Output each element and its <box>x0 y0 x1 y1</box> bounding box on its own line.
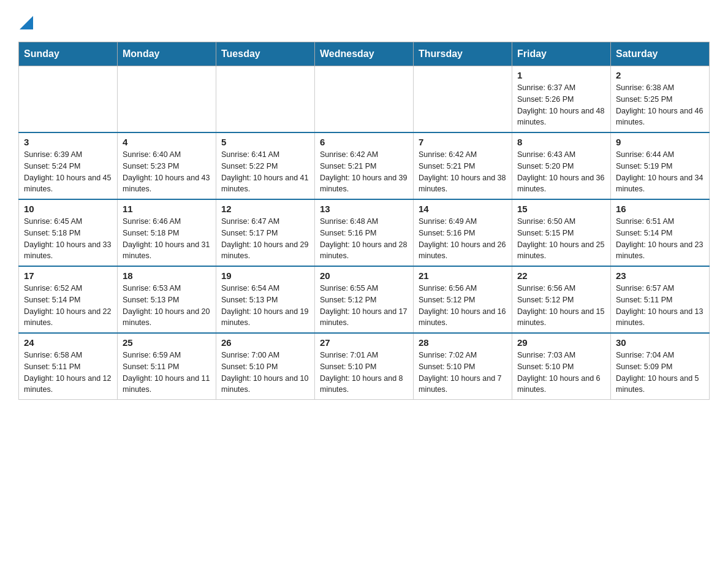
day-info: Sunrise: 6:51 AM Sunset: 5:14 PM Dayligh… <box>616 216 704 262</box>
day-info: Sunrise: 6:42 AM Sunset: 5:21 PM Dayligh… <box>419 149 507 195</box>
calendar-cell: 26Sunrise: 7:00 AM Sunset: 5:10 PM Dayli… <box>216 333 315 400</box>
day-number: 17 <box>24 270 112 281</box>
day-number: 3 <box>24 137 112 147</box>
day-info: Sunrise: 6:56 AM Sunset: 5:12 PM Dayligh… <box>517 283 605 329</box>
day-info: Sunrise: 7:04 AM Sunset: 5:09 PM Dayligh… <box>616 350 704 396</box>
day-info: Sunrise: 6:49 AM Sunset: 5:16 PM Dayligh… <box>419 216 507 262</box>
day-number: 20 <box>320 270 408 281</box>
logo <box>18 18 33 29</box>
day-info: Sunrise: 6:43 AM Sunset: 5:20 PM Dayligh… <box>517 149 605 195</box>
day-number: 7 <box>419 137 507 147</box>
calendar-body: 1Sunrise: 6:37 AM Sunset: 5:26 PM Daylig… <box>19 66 710 400</box>
day-number: 6 <box>320 137 408 147</box>
calendar-cell: 9Sunrise: 6:44 AM Sunset: 5:19 PM Daylig… <box>611 132 710 199</box>
calendar-cell <box>315 66 414 133</box>
header <box>18 18 710 29</box>
day-info: Sunrise: 6:44 AM Sunset: 5:19 PM Dayligh… <box>616 149 704 195</box>
calendar-cell: 4Sunrise: 6:40 AM Sunset: 5:23 PM Daylig… <box>118 132 216 199</box>
calendar-cell: 19Sunrise: 6:54 AM Sunset: 5:13 PM Dayli… <box>216 266 315 333</box>
day-number: 16 <box>616 204 704 214</box>
day-number: 11 <box>123 204 211 214</box>
day-number: 2 <box>616 70 704 80</box>
day-number: 4 <box>123 137 211 147</box>
calendar-cell: 11Sunrise: 6:46 AM Sunset: 5:18 PM Dayli… <box>118 199 216 266</box>
calendar-cell: 8Sunrise: 6:43 AM Sunset: 5:20 PM Daylig… <box>512 132 611 199</box>
day-info: Sunrise: 6:50 AM Sunset: 5:15 PM Dayligh… <box>517 216 605 262</box>
day-number: 27 <box>320 337 408 348</box>
calendar-cell <box>414 66 512 133</box>
day-header-friday: Friday <box>512 42 611 66</box>
calendar-cell: 21Sunrise: 6:56 AM Sunset: 5:12 PM Dayli… <box>414 266 512 333</box>
day-info: Sunrise: 6:39 AM Sunset: 5:24 PM Dayligh… <box>24 149 112 195</box>
day-header-saturday: Saturday <box>611 42 710 66</box>
day-info: Sunrise: 6:40 AM Sunset: 5:23 PM Dayligh… <box>123 149 211 195</box>
day-info: Sunrise: 6:38 AM Sunset: 5:25 PM Dayligh… <box>616 82 704 128</box>
calendar-cell: 10Sunrise: 6:45 AM Sunset: 5:18 PM Dayli… <box>19 199 118 266</box>
day-info: Sunrise: 7:03 AM Sunset: 5:10 PM Dayligh… <box>517 350 605 396</box>
day-header-sunday: Sunday <box>19 42 118 66</box>
day-number: 8 <box>517 137 605 147</box>
calendar-cell: 15Sunrise: 6:50 AM Sunset: 5:15 PM Dayli… <box>512 199 611 266</box>
svg-marker-0 <box>20 16 33 29</box>
day-header-tuesday: Tuesday <box>216 42 315 66</box>
day-header-wednesday: Wednesday <box>315 42 414 66</box>
calendar-week-5: 24Sunrise: 6:58 AM Sunset: 5:11 PM Dayli… <box>19 333 710 400</box>
day-info: Sunrise: 6:46 AM Sunset: 5:18 PM Dayligh… <box>123 216 211 262</box>
day-info: Sunrise: 6:41 AM Sunset: 5:22 PM Dayligh… <box>221 149 309 195</box>
calendar-cell: 25Sunrise: 6:59 AM Sunset: 5:11 PM Dayli… <box>118 333 216 400</box>
calendar-week-4: 17Sunrise: 6:52 AM Sunset: 5:14 PM Dayli… <box>19 266 710 333</box>
day-info: Sunrise: 6:57 AM Sunset: 5:11 PM Dayligh… <box>616 283 704 329</box>
day-info: Sunrise: 6:52 AM Sunset: 5:14 PM Dayligh… <box>24 283 112 329</box>
day-info: Sunrise: 7:00 AM Sunset: 5:10 PM Dayligh… <box>221 350 309 396</box>
day-number: 13 <box>320 204 408 214</box>
day-number: 10 <box>24 204 112 214</box>
calendar-cell <box>19 66 118 133</box>
calendar-cell: 16Sunrise: 6:51 AM Sunset: 5:14 PM Dayli… <box>611 199 710 266</box>
calendar-table: SundayMondayTuesdayWednesdayThursdayFrid… <box>18 42 710 400</box>
calendar-cell: 29Sunrise: 7:03 AM Sunset: 5:10 PM Dayli… <box>512 333 611 400</box>
day-info: Sunrise: 6:56 AM Sunset: 5:12 PM Dayligh… <box>419 283 507 329</box>
day-number: 29 <box>517 337 605 348</box>
day-number: 15 <box>517 204 605 214</box>
day-info: Sunrise: 6:45 AM Sunset: 5:18 PM Dayligh… <box>24 216 112 262</box>
day-info: Sunrise: 6:42 AM Sunset: 5:21 PM Dayligh… <box>320 149 408 195</box>
day-header-thursday: Thursday <box>414 42 512 66</box>
day-header-monday: Monday <box>118 42 216 66</box>
day-info: Sunrise: 6:55 AM Sunset: 5:12 PM Dayligh… <box>320 283 408 329</box>
calendar-cell: 1Sunrise: 6:37 AM Sunset: 5:26 PM Daylig… <box>512 66 611 133</box>
day-number: 23 <box>616 270 704 281</box>
day-number: 9 <box>616 137 704 147</box>
calendar-week-3: 10Sunrise: 6:45 AM Sunset: 5:18 PM Dayli… <box>19 199 710 266</box>
calendar-cell: 12Sunrise: 6:47 AM Sunset: 5:17 PM Dayli… <box>216 199 315 266</box>
day-number: 26 <box>221 337 309 348</box>
day-number: 30 <box>616 337 704 348</box>
day-info: Sunrise: 7:01 AM Sunset: 5:10 PM Dayligh… <box>320 350 408 396</box>
calendar-header: SundayMondayTuesdayWednesdayThursdayFrid… <box>19 42 710 66</box>
calendar-cell: 24Sunrise: 6:58 AM Sunset: 5:11 PM Dayli… <box>19 333 118 400</box>
day-number: 22 <box>517 270 605 281</box>
calendar-cell <box>118 66 216 133</box>
calendar-cell <box>216 66 315 133</box>
calendar-cell: 22Sunrise: 6:56 AM Sunset: 5:12 PM Dayli… <box>512 266 611 333</box>
day-number: 5 <box>221 137 309 147</box>
calendar-cell: 7Sunrise: 6:42 AM Sunset: 5:21 PM Daylig… <box>414 132 512 199</box>
day-info: Sunrise: 6:48 AM Sunset: 5:16 PM Dayligh… <box>320 216 408 262</box>
calendar-cell: 30Sunrise: 7:04 AM Sunset: 5:09 PM Dayli… <box>611 333 710 400</box>
day-number: 25 <box>123 337 211 348</box>
calendar-cell: 14Sunrise: 6:49 AM Sunset: 5:16 PM Dayli… <box>414 199 512 266</box>
day-number: 28 <box>419 337 507 348</box>
day-info: Sunrise: 6:37 AM Sunset: 5:26 PM Dayligh… <box>517 82 605 128</box>
calendar-cell: 18Sunrise: 6:53 AM Sunset: 5:13 PM Dayli… <box>118 266 216 333</box>
calendar-cell: 17Sunrise: 6:52 AM Sunset: 5:14 PM Dayli… <box>19 266 118 333</box>
calendar-cell: 2Sunrise: 6:38 AM Sunset: 5:25 PM Daylig… <box>611 66 710 133</box>
day-number: 14 <box>419 204 507 214</box>
day-info: Sunrise: 6:58 AM Sunset: 5:11 PM Dayligh… <box>24 350 112 396</box>
day-info: Sunrise: 6:53 AM Sunset: 5:13 PM Dayligh… <box>123 283 211 329</box>
day-info: Sunrise: 6:59 AM Sunset: 5:11 PM Dayligh… <box>123 350 211 396</box>
day-info: Sunrise: 6:47 AM Sunset: 5:17 PM Dayligh… <box>221 216 309 262</box>
calendar-cell: 23Sunrise: 6:57 AM Sunset: 5:11 PM Dayli… <box>611 266 710 333</box>
header-row: SundayMondayTuesdayWednesdayThursdayFrid… <box>19 42 710 66</box>
day-number: 24 <box>24 337 112 348</box>
calendar-week-2: 3Sunrise: 6:39 AM Sunset: 5:24 PM Daylig… <box>19 132 710 199</box>
day-number: 1 <box>517 70 605 80</box>
